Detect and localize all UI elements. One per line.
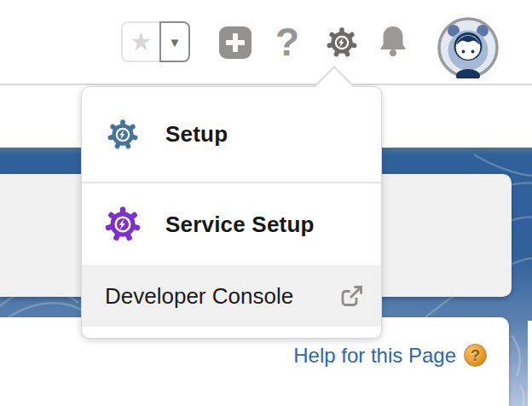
setup-dropdown-menu: Setup Service Setup Developer Console — [81, 86, 382, 339]
chevron-down-icon: ▼ — [169, 35, 182, 49]
menu-item-service-setup[interactable]: Service Setup — [82, 183, 381, 265]
star-icon: ★ — [130, 29, 153, 55]
external-link-icon — [339, 284, 364, 309]
global-actions-button[interactable] — [219, 26, 252, 59]
notifications-button[interactable] — [379, 25, 408, 59]
page-margin — [528, 321, 532, 406]
menu-item-label: Developer Console — [105, 283, 293, 310]
service-setup-gear-icon — [104, 206, 142, 243]
setup-gear-icon — [326, 26, 358, 59]
help-menu-button[interactable]: ? — [275, 20, 300, 63]
favorites-dropdown-button[interactable]: ▼ — [159, 21, 190, 62]
help-for-this-page-link[interactable]: Help for this Page — [293, 344, 456, 367]
user-avatar-button[interactable] — [437, 17, 499, 78]
favorites-control: ★ ▼ — [121, 21, 190, 62]
setup-gear-button[interactable] — [326, 26, 358, 59]
menu-item-label: Service Setup — [165, 212, 315, 238]
global-header: ★ ▼ ? — [0, 0, 532, 85]
question-mark-icon: ? — [275, 20, 299, 64]
menu-item-developer-console[interactable]: Developer Console — [82, 265, 381, 327]
favorite-star-button[interactable]: ★ — [121, 21, 161, 62]
menu-item-label: Setup — [165, 121, 228, 148]
bell-icon — [379, 25, 408, 59]
setup-gear-icon — [107, 119, 139, 151]
salesforce-screen: Help for this Page ? ★ ▼ ? — [0, 0, 532, 406]
plus-icon — [233, 33, 238, 52]
astro-avatar — [437, 17, 499, 78]
help-question-badge-icon[interactable]: ? — [464, 344, 487, 367]
